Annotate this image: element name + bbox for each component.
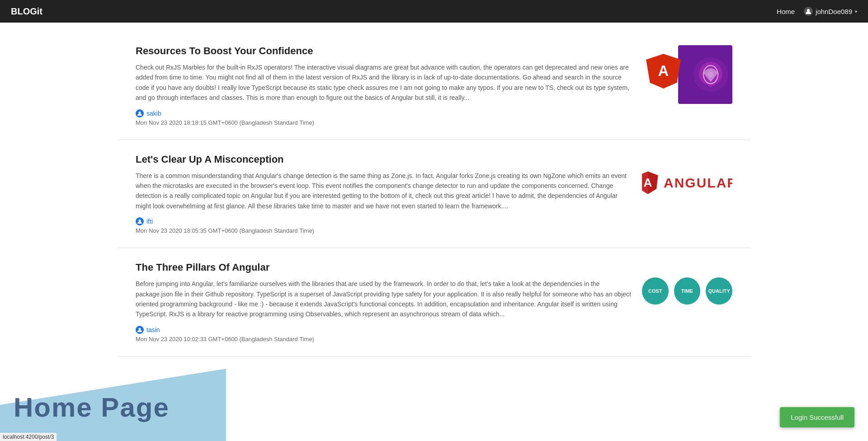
blog-post-3: The Three Pillars Of Angular Before jump… bbox=[118, 248, 750, 357]
author-2-name: ifti bbox=[146, 218, 153, 225]
angular-text-logo: A ANGULAR bbox=[642, 170, 732, 195]
blog-post-2-meta: ifti Mon Nov 23 2020 18:05:35 GMT+0600 (… bbox=[136, 217, 633, 234]
navbar-right: Home johnDoe089 ▾ bbox=[777, 7, 857, 16]
blog-post-2-author[interactable]: ifti bbox=[136, 217, 633, 225]
angular-red-icon: A bbox=[644, 52, 683, 90]
svg-point-1 bbox=[139, 111, 141, 113]
blog-post-3-image: COST TIME QUALITY bbox=[642, 262, 732, 320]
author-1-name: sakib bbox=[146, 110, 161, 117]
blog-post-1: Resources To Boost Your Confidence Check… bbox=[118, 32, 750, 140]
svg-point-12 bbox=[139, 328, 141, 330]
author-1-avatar bbox=[136, 109, 144, 117]
angular-shield-icon: A bbox=[642, 170, 659, 195]
main-content: Resources To Boost Your Confidence Check… bbox=[118, 23, 750, 366]
author-3-avatar bbox=[136, 326, 144, 334]
svg-point-7 bbox=[708, 72, 714, 78]
blog-post-1-date: Mon Nov 23 2020 18:18:15 GMT+0600 (Bangl… bbox=[136, 119, 633, 126]
quality-circle: QUALITY bbox=[706, 277, 732, 305]
blog-post-2-excerpt: There is a common misunderstanding that … bbox=[136, 171, 633, 211]
svg-text:A: A bbox=[644, 176, 652, 189]
blog-post-1-meta: sakib Mon Nov 23 2020 18:18:15 GMT+0600 … bbox=[136, 109, 633, 126]
svg-point-8 bbox=[139, 220, 141, 222]
blog-post-1-content: Resources To Boost Your Confidence Check… bbox=[136, 45, 633, 126]
cost-circle: COST bbox=[642, 277, 669, 305]
blog-post-1-author[interactable]: sakib bbox=[136, 109, 633, 117]
blog-post-2-title[interactable]: Let's Clear Up A Misconception bbox=[136, 154, 633, 165]
author-3-name: tasin bbox=[146, 326, 160, 333]
blog-post-3-date: Mon Nov 23 2020 10:02:33 GMT+0600 (Bangl… bbox=[136, 336, 633, 342]
blog-post-1-title[interactable]: Resources To Boost Your Confidence bbox=[136, 45, 633, 57]
username-label: johnDoe089 bbox=[816, 8, 852, 15]
blog-post-2-image: A ANGULAR bbox=[642, 154, 732, 212]
user-menu[interactable]: johnDoe089 ▾ bbox=[804, 7, 857, 16]
navbar: BLOGit Home johnDoe089 ▾ bbox=[0, 0, 868, 23]
chevron-down-icon: ▾ bbox=[855, 9, 857, 14]
blog-post-3-meta: tasin Mon Nov 23 2020 10:02:33 GMT+0600 … bbox=[136, 326, 633, 342]
angular-blue-icon bbox=[693, 56, 729, 93]
svg-text:A: A bbox=[658, 63, 669, 79]
time-circle: TIME bbox=[674, 277, 701, 305]
blog-post-3-content: The Three Pillars Of Angular Before jump… bbox=[136, 262, 633, 342]
blog-post-2-date: Mon Nov 23 2020 18:05:35 GMT+0600 (Bangl… bbox=[136, 227, 633, 234]
blog-post-3-title[interactable]: The Three Pillars Of Angular bbox=[136, 262, 633, 273]
blog-post-1-image: A bbox=[642, 45, 732, 104]
blog-post-1-excerpt: Check out RxJS Marbles for the built-in … bbox=[136, 62, 633, 103]
brand-logo[interactable]: BLOGit bbox=[11, 6, 42, 17]
blog-post-2-content: Let's Clear Up A Misconception There is … bbox=[136, 154, 633, 235]
blog-post-3-author[interactable]: tasin bbox=[136, 326, 633, 334]
angular-wordmark: ANGULAR bbox=[664, 175, 732, 191]
author-2-avatar bbox=[136, 217, 144, 225]
user-avatar-icon bbox=[804, 7, 813, 16]
home-nav-link[interactable]: Home bbox=[777, 8, 795, 15]
blog-post-2: Let's Clear Up A Misconception There is … bbox=[118, 140, 750, 249]
blog-post-3-excerpt: Before jumping into Angular, let's famil… bbox=[136, 279, 633, 319]
